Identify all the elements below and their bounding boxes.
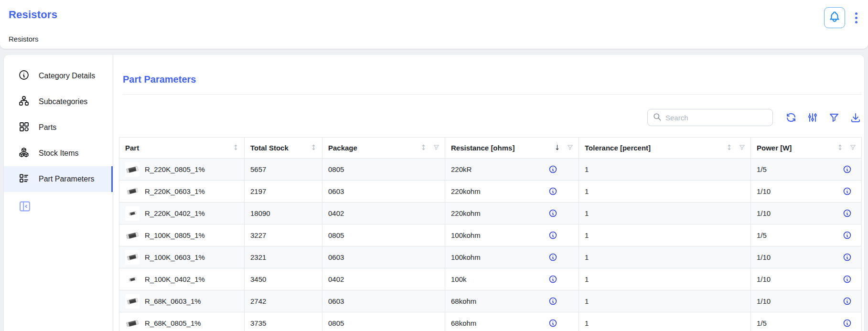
breadcrumb[interactable]: Resistors — [9, 35, 39, 43]
sidebar-item-subcategories[interactable]: Subcategories — [4, 89, 113, 115]
stock-cubes-icon — [18, 147, 30, 160]
part-name: R_220K_0603_1% — [145, 187, 205, 195]
category-panel: Category Details Subcategories Parts — [4, 55, 864, 331]
sidebar-item-label: Category Details — [39, 72, 95, 80]
info-icon[interactable] — [843, 253, 852, 262]
info-icon[interactable] — [548, 253, 557, 262]
resistor-chip-image — [127, 254, 139, 260]
refresh-icon[interactable] — [785, 111, 797, 124]
info-icon[interactable] — [548, 165, 557, 174]
resistance-cell: 100k — [445, 268, 579, 290]
column-filter-icon[interactable] — [739, 144, 746, 152]
table-row[interactable]: R_68K_0805_1%3735080568kohm11/5 — [119, 312, 862, 331]
resistance-cell: 220kR — [445, 159, 579, 181]
part-thumbnail — [125, 250, 139, 265]
table-row[interactable]: R_100K_0603_1%23210603100kohm11/10 — [119, 246, 862, 268]
info-icon[interactable] — [843, 165, 852, 174]
info-icon[interactable] — [843, 231, 852, 240]
power-value: 1/10 — [757, 209, 771, 217]
part-cell: R_220K_0805_1% — [119, 159, 245, 181]
resistance-cell: 220kohm — [445, 203, 579, 224]
notifications-button[interactable] — [824, 7, 845, 28]
column-header-resistance[interactable]: Resistance [ohms] — [445, 138, 579, 159]
category-sidebar: Category Details Subcategories Parts — [4, 55, 113, 331]
column-header-tolerance[interactable]: Tolerance [percent] — [579, 138, 751, 159]
info-icon[interactable] — [548, 231, 557, 240]
part-cell: R_100K_0805_1% — [119, 224, 245, 246]
resistor-chip-image — [127, 298, 139, 304]
package-cell: 0603 — [322, 246, 445, 268]
table-row[interactable]: R_220K_0603_1%21970603220kohm11/10 — [119, 181, 862, 203]
search-box[interactable] — [647, 109, 773, 126]
power-cell: 1/5 — [751, 224, 862, 246]
column-header-package[interactable]: Package — [322, 138, 445, 159]
resistance-cell: 100kohm — [445, 224, 579, 246]
total-stock-cell: 18090 — [245, 203, 322, 224]
column-header-power[interactable]: Power [W] — [751, 138, 862, 159]
column-header-part[interactable]: Part — [119, 138, 245, 159]
table-row[interactable]: R_100K_0805_1%32270805100kohm11/5 — [119, 224, 862, 246]
sidebar-item-category-details[interactable]: Category Details — [4, 63, 113, 89]
resistance-cell: 220kohm — [445, 181, 579, 203]
tolerance-cell: 1 — [579, 203, 751, 224]
column-filter-icon[interactable] — [849, 144, 857, 152]
sidebar-item-stock-items[interactable]: Stock Items — [4, 140, 113, 166]
filter-icon[interactable] — [828, 111, 840, 124]
adjustments-icon[interactable] — [806, 111, 819, 124]
total-stock-cell: 3450 — [245, 268, 322, 290]
sort-icon[interactable] — [232, 144, 239, 152]
part-thumbnail — [125, 294, 139, 309]
package-cell: 0603 — [322, 290, 445, 312]
column-header-total-stock[interactable]: Total Stock — [245, 138, 322, 159]
sort-icon[interactable] — [726, 144, 733, 152]
part-cell: R_100K_0402_1% — [119, 268, 245, 290]
info-icon[interactable] — [843, 187, 852, 196]
info-icon[interactable] — [843, 319, 852, 328]
table-row[interactable]: R_220K_0402_1%180900402220kohm11/10 — [119, 203, 862, 224]
resistance-value: 220kohm — [451, 187, 481, 195]
tolerance-cell: 1 — [579, 268, 751, 290]
resistance-value: 68kohm — [451, 319, 476, 327]
column-filter-icon[interactable] — [433, 144, 440, 152]
sidebar-item-part-parameters[interactable]: Part Parameters — [4, 166, 113, 192]
sidebar-item-parts[interactable]: Parts — [4, 115, 113, 140]
resistance-cell: 100kohm — [445, 246, 579, 268]
info-icon[interactable] — [548, 275, 557, 284]
column-filter-icon[interactable] — [567, 144, 574, 152]
info-icon[interactable] — [548, 209, 557, 218]
total-stock-cell: 2321 — [245, 246, 322, 268]
info-icon[interactable] — [843, 209, 852, 218]
download-icon[interactable] — [849, 111, 862, 124]
info-icon[interactable] — [548, 319, 557, 328]
table-row[interactable]: R_220K_0805_1%56570805220kR11/5 — [119, 159, 862, 181]
tolerance-cell: 1 — [579, 290, 751, 312]
part-thumbnail — [125, 206, 139, 221]
sort-icon[interactable] — [310, 144, 317, 152]
resistance-cell: 68kohm — [445, 290, 579, 312]
table-row[interactable]: R_100K_0402_1%34500402100k11/10 — [119, 268, 862, 290]
sort-icon[interactable] — [836, 144, 844, 152]
heading-divider — [123, 94, 862, 95]
tolerance-cell: 1 — [579, 159, 751, 181]
sidebar-item-label: Part Parameters — [39, 175, 94, 183]
package-cell: 0805 — [322, 224, 445, 246]
part-cell: R_68K_0805_1% — [119, 312, 245, 331]
collapse-sidebar-icon[interactable] — [18, 200, 32, 213]
info-icon[interactable] — [548, 297, 557, 306]
sort-icon[interactable] — [420, 144, 427, 152]
part-thumbnail — [125, 228, 139, 243]
sidebar-item-label: Subcategories — [39, 97, 87, 106]
package-cell: 0402 — [322, 268, 445, 290]
power-value: 1/10 — [757, 187, 771, 195]
table-row[interactable]: R_68K_0603_1%2742060368kohm11/10 — [119, 290, 862, 312]
info-icon[interactable] — [843, 297, 852, 306]
info-icon[interactable] — [843, 275, 852, 284]
search-input[interactable] — [665, 114, 768, 122]
part-name: R_100K_0805_1% — [145, 231, 205, 239]
info-icon[interactable] — [548, 187, 557, 196]
total-stock-cell: 5657 — [245, 159, 322, 181]
sort-descending-icon[interactable] — [554, 144, 561, 152]
resistor-chip-image — [129, 211, 137, 216]
kebab-menu-icon[interactable] — [852, 7, 860, 28]
part-cell: R_100K_0603_1% — [119, 246, 245, 268]
